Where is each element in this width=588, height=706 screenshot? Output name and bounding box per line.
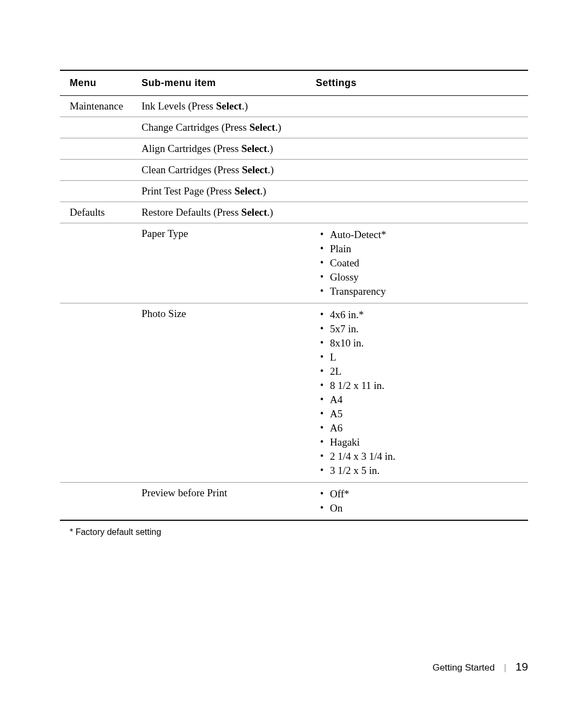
setting-option: Auto-Detect* (320, 228, 528, 242)
setting-option: 5x7 in. (320, 322, 528, 336)
table-row: Align Cartridges (Press Select.) (60, 138, 528, 160)
table-row: Change Cartridges (Press Select.) (60, 117, 528, 138)
setting-option: 4x6 in.* (320, 308, 528, 322)
setting-option: Glossy (320, 270, 528, 284)
submenu-cell: Align Cartridges (Press Select.) (142, 143, 316, 155)
menu-cell (60, 185, 142, 197)
footer-section: Getting Started (432, 662, 494, 673)
menu-cell (60, 143, 142, 155)
footer-divider: | (504, 662, 506, 673)
menu-cell: Maintenance (60, 100, 142, 112)
setting-option: A6 (320, 421, 528, 435)
submenu-cell: Change Cartridges (Press Select.) (142, 121, 316, 133)
submenu-cell: Print Test Page (Press Select.) (142, 185, 316, 197)
menu-cell (60, 121, 142, 133)
setting-option: 3 1/2 x 5 in. (320, 464, 528, 478)
setting-option: On (320, 501, 528, 515)
setting-option: 2 1/4 x 3 1/4 in. (320, 449, 528, 464)
setting-option: A4 (320, 393, 528, 407)
setting-option: Coated (320, 256, 528, 270)
footnote: * Factory default setting (60, 527, 528, 537)
settings-cell: 4x6 in.*5x7 in.8x10 in.L2L8 1/2 x 11 in.… (316, 308, 528, 478)
submenu-cell: Photo Size (142, 308, 316, 478)
submenu-cell: Clean Cartridges (Press Select.) (142, 164, 316, 176)
menu-cell (60, 164, 142, 176)
setting-option: 8 1/2 x 11 in. (320, 379, 528, 393)
header-submenu: Sub-menu item (142, 77, 316, 89)
submenu-cell: Preview before Print (142, 487, 316, 515)
table-row: Preview before PrintOff*On (60, 483, 528, 521)
footer-page-number: 19 (516, 660, 528, 673)
setting-option: Transparency (320, 284, 528, 299)
table-row: DefaultsRestore Defaults (Press Select.) (60, 202, 528, 223)
submenu-cell: Ink Levels (Press Select.) (142, 100, 316, 112)
settings-cell: Off*On (316, 487, 528, 515)
setting-option: Off* (320, 487, 528, 501)
setting-option: 8x10 in. (320, 336, 528, 350)
header-menu: Menu (60, 77, 142, 89)
setting-option: Plain (320, 242, 528, 256)
table-row: Paper TypeAuto-Detect*PlainCoatedGlossyT… (60, 223, 528, 303)
settings-cell (316, 164, 528, 176)
setting-option: 2L (320, 364, 528, 379)
table-row: MaintenanceInk Levels (Press Select.) (60, 96, 528, 117)
menu-cell (60, 487, 142, 515)
submenu-cell: Restore Defaults (Press Select.) (142, 206, 316, 218)
setting-option: A5 (320, 407, 528, 421)
settings-cell (316, 206, 528, 218)
menu-cell (60, 308, 142, 478)
header-settings: Settings (316, 77, 528, 89)
settings-cell (316, 185, 528, 197)
setting-option: Hagaki (320, 435, 528, 449)
settings-cell (316, 143, 528, 155)
submenu-cell: Paper Type (142, 228, 316, 299)
table-row: Photo Size4x6 in.*5x7 in.8x10 in.L2L8 1/… (60, 303, 528, 483)
settings-cell (316, 100, 528, 112)
menu-cell (60, 228, 142, 299)
setting-option: L (320, 350, 528, 364)
settings-cell: Auto-Detect*PlainCoatedGlossyTransparenc… (316, 228, 528, 299)
menu-table: Menu Sub-menu item Settings MaintenanceI… (60, 70, 528, 521)
menu-cell: Defaults (60, 206, 142, 218)
table-row: Print Test Page (Press Select.) (60, 181, 528, 202)
table-row: Clean Cartridges (Press Select.) (60, 160, 528, 181)
table-header-row: Menu Sub-menu item Settings (60, 70, 528, 96)
settings-cell (316, 121, 528, 133)
page-footer: Getting Started | 19 (432, 660, 528, 673)
